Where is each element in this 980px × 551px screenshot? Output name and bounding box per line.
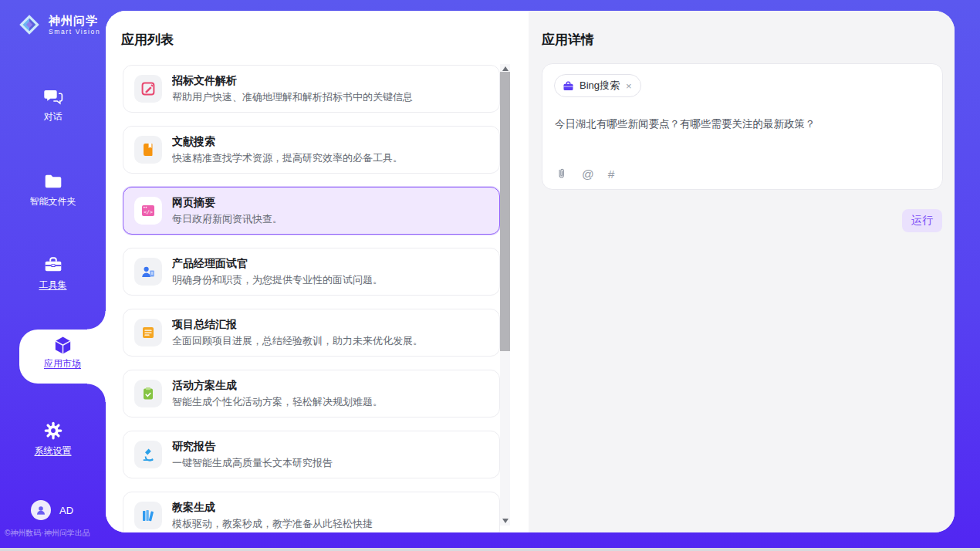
app-card-pm-interviewer[interactable]: 产品经理面试官 明确身份和职责，为您提供专业性的面试问题。: [123, 248, 500, 296]
user-name: AD: [59, 505, 73, 516]
window-bottom-edge: [0, 548, 980, 551]
svg-text:</>: </>: [144, 209, 153, 215]
clipboard-check-icon: [134, 380, 162, 407]
scrollbar-thumb[interactable]: [500, 72, 510, 351]
sidebar-item-label: 系统设置: [35, 445, 72, 458]
sidebar-item-label: 应用市场: [44, 357, 81, 370]
app-card-lesson-plan[interactable]: 教案生成 模板驱动，教案秒成，教学准备从此轻松快捷: [123, 492, 500, 532]
app-card-desc: 每日政府新闻资讯快查。: [172, 212, 282, 226]
app-card-research-report[interactable]: 研究报告 一键智能生成高质量长文本研究报告: [123, 431, 500, 478]
sidebar-item-app-market[interactable]: 应用市场: [19, 330, 106, 384]
sidebar: 神州问学 Smart Vision 对话 智能文件夹: [0, 0, 106, 548]
app-card-title: 研究报告: [172, 439, 333, 454]
scroll-up-arrow-icon[interactable]: [502, 66, 509, 71]
app-card-web-summary[interactable]: </> 网页摘要 每日政府新闻资讯快查。: [123, 187, 500, 235]
browser-code-icon: </>: [134, 197, 162, 225]
sidebar-item-toolset[interactable]: 工具集: [0, 255, 106, 292]
brand-tagline: Smart Vision: [49, 29, 100, 35]
cube-icon: [52, 335, 73, 356]
tool-tag-bing-search[interactable]: Bing搜索 ×: [554, 74, 641, 97]
diamond-logo-icon: [14, 9, 45, 40]
app-card-desc: 明确身份和职责，为您提供专业性的面试问题。: [172, 273, 383, 287]
microscope-icon: [134, 441, 162, 468]
tool-tag-label: Bing搜索: [580, 79, 620, 93]
app-card-desc: 模板驱动，教案秒成，教学准备从此轻松快捷: [172, 517, 373, 531]
app-card-title: 教案生成: [172, 500, 373, 515]
app-card-project-summary[interactable]: 项目总结汇报 全面回顾项目进展，总结经验教训，助力未来优化发展。: [123, 309, 500, 357]
sidebar-item-settings[interactable]: 系统设置: [0, 421, 106, 458]
sidebar-item-label: 工具集: [39, 279, 67, 292]
app-card-title: 网页摘要: [172, 195, 282, 210]
scroll-down-arrow-icon[interactable]: [502, 519, 509, 523]
app-card-list: 招标文件解析 帮助用户快速、准确地理解和解析招标书中的关键信息 文献搜索 快速精…: [123, 65, 500, 532]
run-button[interactable]: 运行: [902, 209, 942, 232]
app-frame: 神州问学 Smart Vision 对话 智能文件夹: [0, 0, 980, 548]
chat-icon: [43, 86, 63, 106]
user-account[interactable]: AD: [31, 500, 73, 520]
app-card-title: 招标文件解析: [172, 73, 413, 88]
composer-card: Bing搜索 × 今日湖北有哪些新闻要点？有哪些需要关注的最新政策？ @ #: [542, 63, 943, 190]
brand-name: 神州问学: [49, 15, 100, 26]
scrollbar[interactable]: [500, 64, 510, 526]
folder-icon: [43, 171, 63, 191]
app-card-title: 文献搜索: [172, 134, 403, 149]
sidebar-item-chat[interactable]: 对话: [0, 86, 106, 123]
close-icon[interactable]: ×: [625, 80, 633, 92]
toolbox-icon: [43, 255, 63, 275]
sidebar-item-label: 对话: [44, 110, 63, 123]
active-bubble-fillet-top: [87, 311, 106, 330]
interviewer-icon: [134, 258, 162, 286]
app-card-event-plan[interactable]: 活动方案生成 智能生成个性化活动方案，轻松解决规划难题。: [123, 370, 500, 417]
app-card-bid-parse[interactable]: 招标文件解析 帮助用户快速、准确地理解和解析招标书中的关键信息: [123, 65, 500, 113]
app-card-desc: 智能生成个性化活动方案，轻松解决规划难题。: [172, 395, 383, 409]
app-card-title: 活动方案生成: [172, 378, 383, 393]
app-card-title: 产品经理面试官: [172, 256, 383, 271]
app-card-desc: 一键智能生成高质量长文本研究报告: [172, 456, 333, 470]
person-icon: [35, 504, 47, 516]
brand-logo: 神州问学 Smart Vision: [14, 9, 100, 40]
query-input[interactable]: 今日湖北有哪些新闻要点？有哪些需要关注的最新政策？: [555, 117, 930, 132]
avatar: [31, 500, 51, 520]
copyright-footer: ©神州数码·神州问学出品: [5, 528, 103, 539]
pen-square-icon: [134, 75, 162, 103]
app-list-pane: 应用列表 招标文件解析 帮助用户快速、准确地理解和解析招标书中的关键信息: [106, 11, 529, 532]
sidebar-item-smart-folder[interactable]: 智能文件夹: [0, 171, 106, 208]
note-icon: [134, 319, 162, 346]
app-card-desc: 帮助用户快速、准确地理解和解析招标书中的关键信息: [172, 90, 413, 104]
book-icon: [134, 136, 162, 164]
app-card-literature-search[interactable]: 文献搜索 快速精准查找学术资源，提高研究效率的必备工具。: [123, 126, 500, 174]
at-icon[interactable]: @: [582, 167, 594, 181]
briefcase-icon: [563, 80, 574, 92]
app-list-title: 应用列表: [121, 31, 174, 49]
sidebar-item-label: 智能文件夹: [30, 195, 76, 208]
gear-icon: [43, 421, 63, 441]
app-card-desc: 全面回顾项目进展，总结经验教训，助力未来优化发展。: [172, 334, 423, 348]
books-icon: [134, 502, 162, 529]
main-panel: 应用列表 招标文件解析 帮助用户快速、准确地理解和解析招标书中的关键信息: [106, 11, 955, 532]
app-detail-title: 应用详情: [542, 31, 594, 49]
composer-toolbar: @ #: [555, 167, 614, 181]
paperclip-icon[interactable]: [555, 167, 568, 181]
active-bubble-fillet-bottom: [87, 384, 106, 402]
app-card-title: 项目总结汇报: [172, 317, 423, 332]
app-card-desc: 快速精准查找学术资源，提高研究效率的必备工具。: [172, 151, 403, 165]
app-detail-pane: 应用详情 Bing搜索 × 今日湖北有哪些新闻要点？有哪些需要关注的最新政策？: [529, 11, 955, 532]
hash-icon[interactable]: #: [608, 167, 615, 181]
